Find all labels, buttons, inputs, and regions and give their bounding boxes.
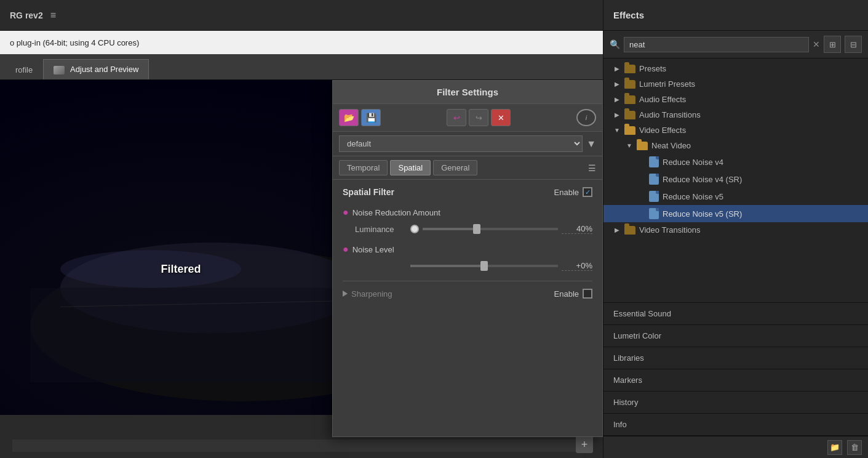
- search-icons: ⊞ ⊟: [824, 36, 862, 53]
- search-input[interactable]: [624, 37, 809, 52]
- sharpening-enable: Enable: [554, 289, 592, 299]
- filter-menu-icon[interactable]: ☰: [588, 163, 596, 173]
- preset-dropdown-icon[interactable]: ▼: [586, 139, 596, 150]
- tree-item-reduce-noise-v5-sr[interactable]: ▶ Reduce Noise v5 (SR): [603, 205, 868, 222]
- panel-info[interactable]: Info: [603, 414, 868, 436]
- sharpening-toggle[interactable]: Sharpening: [343, 289, 392, 299]
- spatial-filter-checkbox[interactable]: [583, 187, 592, 197]
- video-effects-folder-icon: [624, 126, 635, 135]
- filter-tabs-row: Temporal Spatial General ☰: [333, 156, 602, 180]
- info-icon: i: [586, 114, 587, 121]
- tree-item-lumetri-presets[interactable]: ▶ Lumetri Presets: [603, 76, 868, 92]
- effects-title: Effects: [613, 10, 644, 20]
- audio-transitions-arrow-icon: ▶: [613, 111, 621, 119]
- filter-toolbar: 📂 💾 ↩ ↪ ✕: [333, 104, 602, 132]
- tree-item-reduce-noise-v4[interactable]: ▶ Reduce Noise v4: [603, 153, 868, 171]
- panel-lumetri-color[interactable]: Lumetri Color: [603, 325, 868, 347]
- tab-adjust[interactable]: Adjust and Preview: [43, 59, 149, 79]
- panel-history[interactable]: History: [603, 392, 868, 414]
- tree-item-presets[interactable]: ▶ Presets: [603, 61, 868, 76]
- close-icon: ✕: [498, 113, 504, 123]
- neat-video-arrow-icon: ▼: [626, 142, 633, 150]
- search-icon: 🔍: [610, 39, 620, 49]
- tree-item-video-effects[interactable]: ▼ Video Effects: [603, 123, 868, 138]
- noise-level-value[interactable]: +0%: [562, 261, 592, 271]
- bottom-panels: Essential Sound Lumetri Color Libraries …: [603, 302, 868, 436]
- tree-item-audio-effects[interactable]: ▶ Audio Effects: [603, 92, 868, 107]
- tab-profile-label: rofile: [15, 65, 33, 74]
- luminance-value[interactable]: 40%: [562, 224, 592, 234]
- menu-icon[interactable]: ≡: [50, 10, 56, 21]
- tab-profile[interactable]: rofile: [5, 60, 43, 79]
- left-panel: RG rev2 ≡ o plug-in (64-bit; using 4 CPU…: [0, 0, 603, 458]
- filter-redo-btn[interactable]: ↪: [469, 109, 488, 126]
- filter-title: Filter Settings: [333, 81, 602, 104]
- luminance-circle: [410, 225, 419, 233]
- sharpening-title-label: Sharpening: [351, 289, 392, 299]
- new-folder-button[interactable]: 📁: [827, 440, 842, 455]
- filter-tab-spatial[interactable]: Spatial: [390, 160, 431, 175]
- presets-label: Presets: [639, 64, 666, 73]
- filter-save-btn[interactable]: 💾: [361, 109, 381, 126]
- reduce-noise-v5-sr-label: Reduce Noise v5 (SR): [663, 209, 742, 219]
- filter-tab-general[interactable]: General: [433, 160, 477, 175]
- delete-button[interactable]: 🗑: [847, 440, 862, 455]
- sharpening-enable-label: Enable: [554, 289, 579, 299]
- tree-item-audio-transitions[interactable]: ▶ Audio Transitions: [603, 107, 868, 123]
- undo-icon: ↩: [453, 113, 460, 123]
- reduce-noise-v4-label: Reduce Noise v4: [663, 158, 723, 167]
- noise-level-handle[interactable]: [480, 261, 488, 271]
- filter-info-btn[interactable]: i: [576, 109, 596, 126]
- panel-markers[interactable]: Markers: [603, 369, 868, 392]
- video-preview: Filtered 0:04:28:18 + Beginner Mode Filt…: [0, 80, 603, 458]
- search-grid-icon[interactable]: ⊟: [845, 36, 862, 53]
- spatial-filter-enable-label: Enable: [554, 188, 579, 197]
- noise-level-track[interactable]: [410, 265, 558, 267]
- panel-libraries[interactable]: Libraries: [603, 347, 868, 369]
- bullet-icon: ●: [343, 207, 349, 218]
- noise-reduction-section: ● Noise Reduction Amount Luminance 40%: [343, 207, 592, 234]
- plugin-bar: o plug-in (64-bit; using 4 CPU cores): [0, 31, 603, 54]
- tree-item-reduce-noise-v5[interactable]: ▶ Reduce Noise v5: [603, 188, 868, 205]
- add-button[interactable]: +: [576, 436, 593, 453]
- reduce-noise-v5-label: Reduce Noise v5: [663, 192, 723, 201]
- noise-level-section: ● Noise Level +0%: [343, 244, 592, 271]
- presets-arrow-icon: ▶: [613, 65, 621, 73]
- noise-reduction-title: ● Noise Reduction Amount: [343, 207, 592, 218]
- video-transitions-folder-icon: [624, 226, 635, 235]
- reduce-noise-v4-file-icon: [649, 156, 659, 167]
- save-icon: 💾: [366, 113, 376, 123]
- trash-icon: 🗑: [851, 443, 859, 452]
- tree-item-video-transitions[interactable]: ▶ Video Transitions: [603, 222, 868, 238]
- filter-open-btn[interactable]: 📂: [339, 109, 359, 126]
- svg-point-4: [60, 250, 241, 287]
- spatial-filter-enable: Enable: [554, 187, 592, 197]
- presets-folder-icon: [624, 65, 635, 73]
- search-bar: 🔍 ✕ ⊞ ⊟: [603, 31, 868, 58]
- neat-video-folder-icon: [637, 142, 648, 150]
- reduce-noise-v4-sr-label: Reduce Noise v4 (SR): [663, 175, 742, 184]
- tree-item-reduce-noise-v4-sr[interactable]: ▶ Reduce Noise v4 (SR): [603, 171, 868, 188]
- search-clear-icon[interactable]: ✕: [813, 39, 820, 49]
- right-toolbar: 📁 🗑: [603, 436, 868, 458]
- tree-item-neat-video[interactable]: ▼ Neat Video: [603, 138, 868, 153]
- search-preset-icon[interactable]: ⊞: [824, 36, 841, 53]
- sharpening-checkbox[interactable]: [583, 289, 592, 299]
- timeline-track[interactable]: [12, 440, 591, 452]
- neat-video-label: Neat Video: [651, 141, 691, 150]
- luminance-label: Luminance: [355, 225, 410, 234]
- luminance-track[interactable]: [423, 228, 558, 230]
- reduce-noise-v5-file-icon: [649, 191, 659, 202]
- filter-tab-temporal[interactable]: Temporal: [339, 160, 388, 175]
- redo-icon: ↪: [476, 113, 482, 123]
- luminance-handle[interactable]: [473, 224, 480, 234]
- lumetri-presets-folder-icon: [624, 80, 635, 89]
- noise-level-fill: [410, 265, 484, 267]
- filter-close-btn[interactable]: ✕: [491, 109, 511, 126]
- panel-essential-sound[interactable]: Essential Sound: [603, 303, 868, 325]
- luminance-slider-row: Luminance 40%: [343, 224, 592, 234]
- preset-select[interactable]: default: [339, 135, 583, 152]
- content-area: Filtered 0:04:28:18 + Beginner Mode Filt…: [0, 80, 603, 458]
- filter-undo-btn[interactable]: ↩: [447, 109, 466, 126]
- tab-adjust-label: Adjust and Preview: [70, 65, 138, 74]
